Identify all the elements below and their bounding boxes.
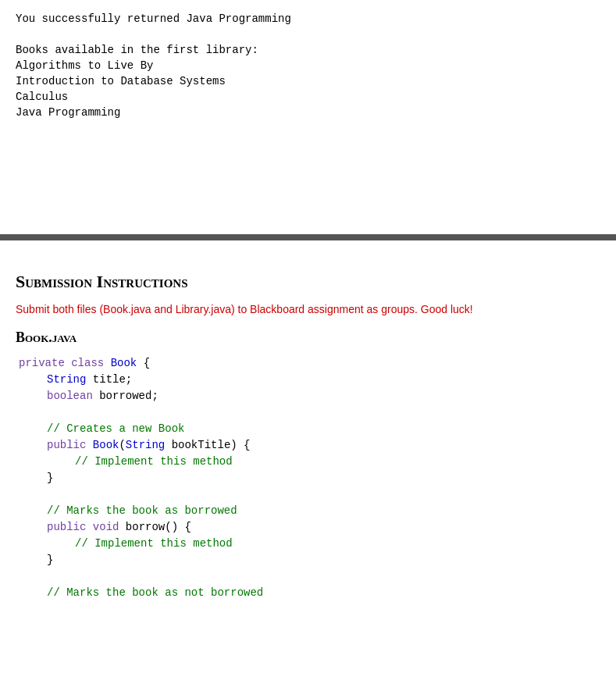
- plain-paren-open: (: [119, 439, 125, 451]
- code-line-3: boolean borrowed;: [19, 388, 600, 404]
- code-line-comment-impl-1: // Implement this method: [19, 454, 600, 470]
- code-line-brace-close-2: }: [19, 552, 600, 568]
- section-divider: [0, 234, 616, 240]
- code-line-blank-1: [19, 404, 600, 421]
- keyword-class: class: [71, 357, 104, 369]
- keyword-public-2: public: [47, 521, 86, 533]
- content-section: Submission Instructions Submit both file…: [0, 240, 616, 617]
- code-line-constructor: public Book(String bookTitle) {: [19, 437, 600, 454]
- code-line-brace-close-1: }: [19, 470, 600, 486]
- type-book-2: Book: [93, 439, 119, 451]
- code-line-1: private class Book {: [19, 355, 600, 372]
- code-line-comment-2: // Marks the book as borrowed: [19, 503, 600, 519]
- code-line-blank-2: [19, 486, 600, 503]
- submission-instruction: Submit both files (Book.java and Library…: [16, 303, 600, 315]
- plain-borrow: borrow() {: [119, 521, 190, 533]
- type-book-1: Book: [111, 357, 137, 369]
- plain-booktitle: bookTitle) {: [165, 439, 250, 451]
- plain-title: title;: [86, 373, 132, 386]
- keyword-private: private: [19, 357, 65, 369]
- code-line-comment-impl-2: // Implement this method: [19, 536, 600, 552]
- plain-brace-2: }: [47, 554, 53, 566]
- keyword-public-1: public: [47, 439, 86, 451]
- plain-borrowed: borrowed;: [93, 390, 158, 402]
- output-line-4: Algorithms to Live By: [16, 59, 600, 72]
- keyword-boolean: boolean: [47, 390, 93, 402]
- keyword-void-1: void: [93, 521, 119, 533]
- file-title: Book.java: [16, 329, 600, 346]
- output-line-1: You successfully returned Java Programmi…: [16, 12, 600, 25]
- code-line-blank-3: [19, 568, 600, 585]
- type-string-1: String: [47, 373, 86, 386]
- output-line-7: Java Programming: [16, 106, 600, 119]
- comment-implement-2: // Implement this method: [75, 537, 233, 550]
- code-block: private class Book { String title; boole…: [16, 355, 600, 601]
- output-line-5: Introduction to Database Systems: [16, 75, 600, 87]
- submission-title: Submission Instructions: [16, 272, 600, 292]
- output-section: You successfully returned Java Programmi…: [0, 0, 616, 234]
- comment-implement-1: // Implement this method: [75, 455, 233, 468]
- brace-open-1: {: [144, 357, 150, 369]
- comment-not-borrowed: // Marks the book as not borrowed: [47, 586, 263, 599]
- output-line-2: [16, 28, 600, 41]
- code-line-borrow: public void borrow() {: [19, 519, 600, 536]
- output-line-6: Calculus: [16, 91, 600, 103]
- output-line-3: Books available in the first library:: [16, 44, 600, 56]
- plain-brace-1: }: [47, 472, 53, 484]
- code-line-comment-1: // Creates a new Book: [19, 421, 600, 437]
- comment-borrowed: // Marks the book as borrowed: [47, 504, 237, 517]
- code-line-2: String title;: [19, 372, 600, 388]
- type-string-2: String: [126, 439, 165, 451]
- code-line-comment-3: // Marks the book as not borrowed: [19, 585, 600, 601]
- comment-creates: // Creates a new Book: [47, 422, 184, 435]
